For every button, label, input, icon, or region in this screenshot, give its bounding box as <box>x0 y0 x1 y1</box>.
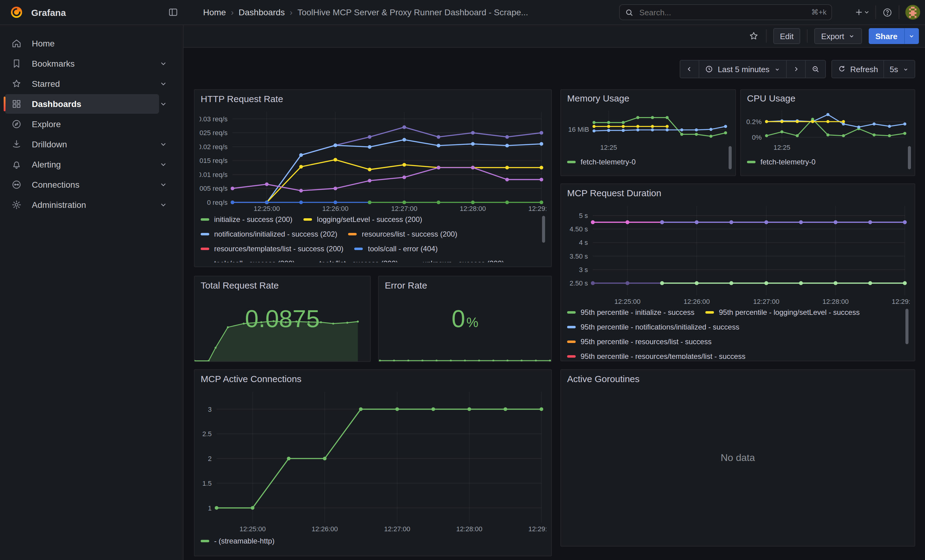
scrollbar[interactable] <box>908 146 911 169</box>
svg-text:12:26:00: 12:26:00 <box>684 298 710 305</box>
brand[interactable]: Grafana <box>0 0 184 24</box>
time-series-chart[interactable]: 12:25:0012:26:0012:27:0012:28:0012:29:00… <box>199 108 546 213</box>
series-color-pill <box>567 161 575 163</box>
favorite-button[interactable] <box>748 30 759 42</box>
svg-text:0 req/s: 0 req/s <box>207 199 227 206</box>
sidebar-item-administration[interactable]: Administration <box>5 195 159 215</box>
breadcrumb-home[interactable]: Home <box>203 8 226 17</box>
panel-title[interactable]: CPU Usage <box>741 90 914 106</box>
legend-item[interactable]: unknown - success (200) <box>409 259 505 262</box>
sidebar-item-connections[interactable]: Connections <box>5 175 159 194</box>
sidebar-toggle-icon[interactable] <box>168 7 179 18</box>
svg-text:12:26:00: 12:26:00 <box>312 525 338 533</box>
time-series-chart[interactable]: 12:25:0012:26:0012:27:0012:28:0012:29:00… <box>199 388 546 534</box>
chevron-right-icon: › <box>231 8 234 17</box>
time-series-chart[interactable]: 12:25:0012:26:0012:27:0012:28:0012:29:00… <box>566 203 910 306</box>
chevron-right-icon: › <box>290 8 292 17</box>
legend-item[interactable]: tools/list - success (200) <box>306 259 398 262</box>
legend-label: tools/call - success (200) <box>214 259 295 262</box>
chevron-down-icon[interactable] <box>159 180 168 189</box>
search-field[interactable] <box>638 7 811 17</box>
time-shift-back-button[interactable] <box>680 60 699 78</box>
legend-item[interactable]: 95th percentile - logging/setLevel - suc… <box>705 308 860 317</box>
user-avatar[interactable] <box>905 5 920 20</box>
legend-label: 95th percentile - resources/templates/li… <box>581 352 746 359</box>
svg-text:1: 1 <box>208 504 212 512</box>
chevron-down-icon <box>774 66 780 72</box>
legend-item[interactable]: fetch-telemetry-0 <box>567 158 636 166</box>
search-input[interactable]: ⌘+k <box>619 4 832 20</box>
panel-http-request-rate: HTTP Request Rate 12:25:0012:26:0012:27:… <box>194 89 552 267</box>
legend-row: 95th percentile - initialize - success95… <box>567 308 908 317</box>
svg-text:0.005 req/s: 0.005 req/s <box>199 185 227 192</box>
svg-text:12:25:00: 12:25:00 <box>614 298 640 305</box>
refresh-interval-select[interactable]: 5s <box>884 60 915 78</box>
sidebar-item-home[interactable]: Home <box>5 34 159 53</box>
chevron-down-icon[interactable] <box>159 59 168 68</box>
legend-item[interactable]: 95th percentile - initialize - success <box>567 308 695 317</box>
breadcrumb-dashboards[interactable]: Dashboards <box>239 8 285 17</box>
panel-total-request-rate: Total Request Rate 0.0875 <box>194 276 371 362</box>
svg-text:12:25:00: 12:25:00 <box>253 205 280 212</box>
sidebar-item-dashboards[interactable]: Dashboards <box>5 94 159 114</box>
legend-item[interactable]: - (streamable-http) <box>201 537 274 545</box>
stat-value: 0.0875 <box>245 305 320 333</box>
scrollbar[interactable] <box>905 309 908 344</box>
share-button[interactable]: Share <box>869 28 904 44</box>
scrollbar[interactable] <box>542 216 545 243</box>
chevron-down-icon[interactable] <box>159 140 168 149</box>
chevron-down-icon[interactable] <box>159 80 168 88</box>
panel-title[interactable]: MCP Active Connections <box>194 370 551 387</box>
divider <box>807 29 808 43</box>
legend-item[interactable]: resources/templates/list - success (200) <box>201 245 343 253</box>
legend-item[interactable]: notifications/initialized - success (202… <box>201 230 337 239</box>
stat-value-wrap: 0 % <box>379 276 551 361</box>
export-menu-button[interactable]: Export <box>815 28 862 44</box>
svg-text:3 s: 3 s <box>579 266 588 273</box>
chevron-down-icon[interactable] <box>159 100 168 108</box>
sidebar-item-drilldown[interactable]: Drilldown <box>5 135 159 154</box>
refresh-interval-label: 5s <box>890 65 898 74</box>
add-new-button[interactable] <box>853 8 869 17</box>
legend-item[interactable]: tools/call - success (200) <box>201 259 295 262</box>
time-range-picker[interactable]: Last 5 minutes <box>699 60 786 78</box>
panel-title[interactable]: Memory Usage <box>561 90 735 106</box>
legend-item[interactable]: 95th percentile - notifications/initiali… <box>567 323 739 331</box>
bookmark-icon <box>11 58 22 69</box>
legend-label: tools/list - success (200) <box>319 259 398 262</box>
sidebar-item-explore[interactable]: Explore <box>5 114 159 134</box>
help-button[interactable] <box>882 7 893 17</box>
edit-button[interactable]: Edit <box>773 28 800 44</box>
chevron-down-icon[interactable] <box>159 201 168 209</box>
legend: - (streamable-http) <box>201 536 545 551</box>
sidebar-item-bookmarks[interactable]: Bookmarks <box>5 54 159 74</box>
scrollbar[interactable] <box>729 146 732 169</box>
sidebar-item-label: Starred <box>32 79 60 89</box>
grafana-logo-icon[interactable] <box>10 6 23 19</box>
refresh-button[interactable]: Refresh <box>831 60 884 78</box>
time-shift-forward-button[interactable] <box>786 60 805 78</box>
legend-item[interactable]: tools/call - error (404) <box>354 245 438 253</box>
chevron-down-icon[interactable] <box>159 160 168 169</box>
legend-label: 95th percentile - notifications/initiali… <box>581 323 739 331</box>
refresh-icon <box>837 65 846 74</box>
share-options-button[interactable] <box>904 28 919 44</box>
svg-text:0.03 req/s: 0.03 req/s <box>199 115 227 123</box>
panel-title[interactable]: HTTP Request Rate <box>194 90 551 107</box>
legend-item[interactable]: 95th percentile - resources/templates/li… <box>567 352 746 359</box>
zoom-out-button[interactable] <box>805 60 826 78</box>
legend-item[interactable]: fetch-telemetry-0 <box>747 158 815 166</box>
sidebar-item-starred[interactable]: Starred <box>5 74 159 93</box>
grafana-app: Grafana Home › Dashboards › ToolHive MCP… <box>0 0 925 560</box>
stat-unit: % <box>467 315 478 331</box>
legend-label: initialize - success (200) <box>214 215 292 224</box>
sidebar-item-alerting[interactable]: Alerting <box>5 155 159 174</box>
legend-item[interactable]: 95th percentile - resources/list - succe… <box>567 338 711 346</box>
legend-item[interactable]: initialize - success (200) <box>201 215 292 224</box>
time-series-chart[interactable]: 12:250.2%0% <box>746 107 910 152</box>
panel-title[interactable]: MCP Request Duration <box>561 184 914 201</box>
legend-item[interactable]: resources/list - success (200) <box>348 230 457 239</box>
time-series-chart[interactable]: 12:2516 MiB <box>566 107 731 152</box>
sidebar: HomeBookmarksStarredDashboardsExploreDri… <box>0 24 184 560</box>
legend-item[interactable]: logging/setLevel - success (200) <box>303 215 422 224</box>
